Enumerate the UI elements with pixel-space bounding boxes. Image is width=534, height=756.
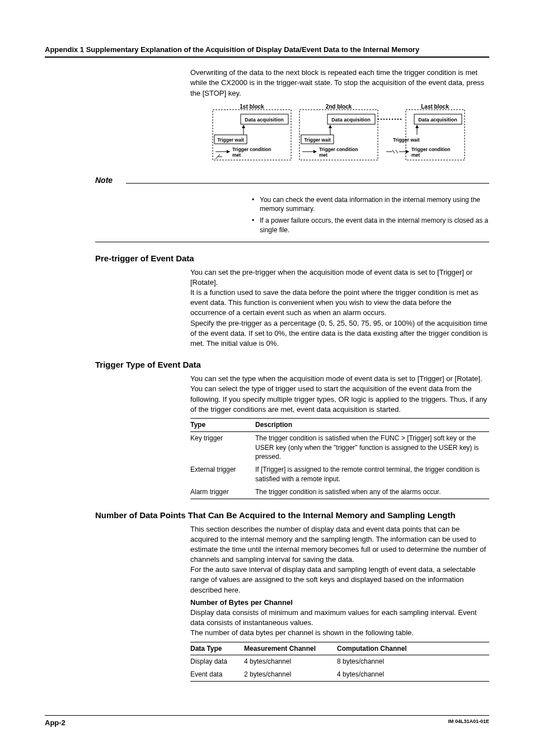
- table-cell: Alarm trigger: [190, 486, 255, 499]
- table-header: Description: [255, 418, 489, 431]
- svg-text:Trigger condition: Trigger condition: [232, 147, 271, 152]
- diagram-block1-label: 1st block: [240, 104, 264, 110]
- diagram-wait-1: Trigger wait: [217, 137, 244, 143]
- diagram-acq-1: Data acquisition: [245, 117, 284, 123]
- table-cell: Event data: [190, 668, 244, 681]
- section-triggertype-body: You can set the type when the acquisitio…: [190, 374, 489, 499]
- note-rule-top: [126, 183, 489, 184]
- table-cell: 8 bytes/channel: [337, 655, 489, 668]
- note-list: You can check the event data information…: [252, 195, 489, 235]
- section-datapoints-body: This section describes the number of dis…: [190, 524, 489, 682]
- doc-id: IM 04L31A01-01E: [448, 718, 489, 728]
- section-pretrigger-body: You can set the pre-trigger when the acq…: [190, 267, 489, 349]
- table-row: Display data 4 bytes/channel 8 bytes/cha…: [190, 655, 489, 668]
- note-rule-bottom: [95, 242, 489, 242]
- diagram-acq-2: Data acquisition: [331, 117, 371, 123]
- diagram-wait-3: Trigger wait: [393, 137, 420, 143]
- table-row: Alarm trigger The trigger condition is s…: [190, 486, 489, 499]
- diagram-acq-3: Data acquisition: [418, 117, 457, 123]
- table-header: Measurement Channel: [244, 642, 337, 655]
- intro-paragraph: Overwriting of the data to the next bloc…: [190, 68, 489, 98]
- note-label: Note: [95, 175, 126, 186]
- svg-text:Trigger condition: Trigger condition: [411, 147, 450, 152]
- paragraph: You can set the type when the acquisitio…: [190, 374, 489, 415]
- section-datapoints-heading: Number of Data Points That Can Be Acquir…: [95, 509, 489, 521]
- paragraph: Specify the pre-trigger as a percentage …: [190, 318, 489, 349]
- paragraph: This section describes the number of dis…: [190, 524, 489, 565]
- note-item: If a power failure occurs, the event dat…: [252, 216, 489, 235]
- paragraph: The number of data bytes per channel is …: [190, 628, 489, 638]
- table-row: Event data 2 bytes/channel 4 bytes/chann…: [190, 668, 489, 681]
- table-header: Data Type: [190, 642, 244, 655]
- block-diagram: 1st block 2nd block Last block Data acqu…: [210, 104, 489, 168]
- diagram-block2-label: 2nd block: [326, 104, 352, 110]
- table-cell: 2 bytes/channel: [244, 668, 337, 681]
- table-cell: The trigger condition is satisfied when …: [255, 486, 489, 499]
- section-triggertype-heading: Trigger Type of Event Data: [95, 359, 489, 370]
- note-item: You can check the event data information…: [252, 195, 489, 214]
- page-header: Appendix 1 Supplementary Explanation of …: [45, 45, 489, 58]
- page-footer: App-2 IM 04L31A01-01E: [45, 715, 489, 728]
- table-cell: If [Trigger] is assigned to the remote c…: [255, 463, 489, 486]
- table-cell: 4 bytes/channel: [244, 655, 337, 668]
- paragraph: For the auto save interval of display da…: [190, 565, 489, 595]
- page-number: App-2: [45, 718, 65, 728]
- svg-text:Trigger condition: Trigger condition: [319, 147, 358, 152]
- svg-text:met: met: [232, 152, 241, 158]
- table-cell: External trigger: [190, 463, 255, 486]
- sub-heading: Number of Bytes per Channel: [190, 598, 489, 608]
- table-row: External trigger If [Trigger] is assigne…: [190, 463, 489, 486]
- table-row: Key trigger The trigger condition is sat…: [190, 431, 489, 463]
- table-header: Type: [190, 418, 255, 431]
- table-cell: Key trigger: [190, 431, 255, 463]
- paragraph: You can set the pre-trigger when the acq…: [190, 267, 489, 288]
- table-cell: 4 bytes/channel: [337, 668, 489, 681]
- trigger-type-table: Type Description Key trigger The trigger…: [190, 418, 489, 499]
- table-cell: The trigger condition is satisfied when …: [255, 431, 489, 463]
- svg-text:met: met: [411, 152, 420, 158]
- diagram-wait-2: Trigger wait: [304, 137, 331, 143]
- paragraph: Display data consists of minimum and max…: [190, 608, 489, 628]
- table-header: Computation Channel: [337, 642, 489, 655]
- svg-text:met: met: [319, 152, 327, 158]
- diagram-blocklast-label: Last block: [421, 104, 449, 110]
- section-pretrigger-heading: Pre-trigger of Event Data: [95, 252, 489, 264]
- table-cell: Display data: [190, 655, 244, 668]
- bytes-table: Data Type Measurement Channel Computatio…: [190, 642, 489, 682]
- paragraph: It is a function used to save the data b…: [190, 288, 489, 318]
